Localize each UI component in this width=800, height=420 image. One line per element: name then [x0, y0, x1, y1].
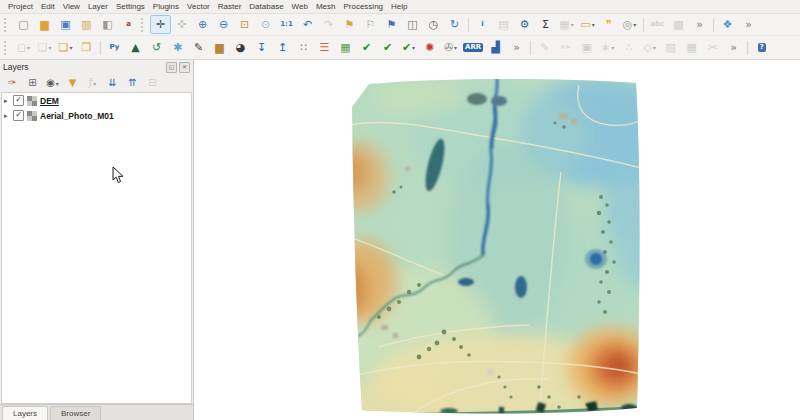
layer-row-aerial_photo_m01[interactable]: ▸✓Aerial_Photo_M01: [2, 108, 191, 123]
locator-search-button[interactable]: ◎▾: [619, 15, 640, 34]
select-features-button[interactable]: ◻▾: [13, 38, 34, 57]
add-group-button[interactable]: ⊞: [23, 75, 42, 92]
current-edits-button[interactable]: ✎: [534, 38, 555, 57]
toolbar-overflow-2-button[interactable]: »: [738, 15, 759, 34]
manage-map-themes-button[interactable]: ◉▾: [43, 75, 62, 92]
float-panel-button[interactable]: ◱: [166, 62, 177, 73]
attribute-table-button[interactable]: ▦▾: [556, 15, 577, 34]
pan-map-button[interactable]: ✛: [150, 15, 171, 34]
attribute-table-dropdown-icon[interactable]: ▾: [571, 21, 574, 28]
refresh-map-button[interactable]: ↻: [444, 15, 465, 34]
menu-help[interactable]: Help: [387, 1, 411, 12]
expander-icon[interactable]: ▸: [4, 97, 10, 105]
copy-features-button[interactable]: ❏▾: [55, 38, 76, 57]
raster-tool-button[interactable]: ▦: [335, 38, 356, 57]
delete-selected-button[interactable]: ▦: [681, 38, 702, 57]
toolbar-overflow-1-button[interactable]: »: [689, 15, 710, 34]
vertex-tool-button[interactable]: ◇▾: [639, 38, 660, 57]
measure-tool-button[interactable]: ▭▾: [577, 15, 598, 34]
map-canvas[interactable]: [194, 60, 800, 420]
red-plugin-button[interactable]: ✺: [419, 38, 440, 57]
tca-tool-button[interactable]: ∷: [293, 38, 314, 57]
temporal-controller-button[interactable]: ◷: [423, 15, 444, 34]
processing-toolbox-button[interactable]: ⚙: [514, 15, 535, 34]
zoom-next-button[interactable]: ↷: [318, 15, 339, 34]
check-geometry-1-button[interactable]: ✔: [356, 38, 377, 57]
menu-settings[interactable]: Settings: [112, 1, 149, 12]
menu-database[interactable]: Database: [245, 1, 287, 12]
menu-processing[interactable]: Processing: [339, 1, 387, 12]
attachment-tool-button[interactable]: ✇▾: [440, 38, 461, 57]
labeling-options-button[interactable]: ▩: [668, 15, 689, 34]
expander-icon[interactable]: ▸: [4, 112, 10, 120]
dock-tab-layers[interactable]: Layers: [2, 406, 48, 420]
add-feature-button[interactable]: ∗▾: [597, 38, 618, 57]
menu-mesh[interactable]: Mesh: [312, 1, 340, 12]
sum-statistics-button[interactable]: Σ: [535, 15, 556, 34]
zoom-native-button[interactable]: 1:1: [276, 15, 297, 34]
menu-vector[interactable]: Vector: [183, 1, 214, 12]
blue-chart-plugin-button[interactable]: ▟: [485, 38, 506, 57]
menu-layer[interactable]: Layer: [84, 1, 112, 12]
project-properties-button[interactable]: ◧: [97, 15, 118, 34]
zoom-to-selection-button[interactable]: ⊙: [255, 15, 276, 34]
plugin-circle-button[interactable]: ◕: [230, 38, 251, 57]
menu-raster[interactable]: Raster: [214, 1, 246, 12]
zoom-in-button[interactable]: ⊕: [192, 15, 213, 34]
layer-name[interactable]: DEM: [40, 96, 59, 106]
map-tips-button[interactable]: ❞: [598, 15, 619, 34]
data-package-button[interactable]: ▆: [209, 38, 230, 57]
menu-web[interactable]: Web: [288, 1, 312, 12]
bookmark-book-button[interactable]: ◫: [402, 15, 423, 34]
filter-legend-button[interactable]: ▼: [63, 75, 82, 92]
vertex-tool-dropdown-icon[interactable]: ▾: [653, 44, 656, 51]
check-geometry-2-button[interactable]: ✔: [377, 38, 398, 57]
add-feature-dropdown-icon[interactable]: ▾: [611, 44, 614, 51]
select-features-dropdown-icon[interactable]: ▾: [27, 44, 30, 51]
vertex-tool-all-button[interactable]: ∴: [618, 38, 639, 57]
pan-to-selection-button[interactable]: ✜: [171, 15, 192, 34]
chart-tool-button[interactable]: ☰: [314, 38, 335, 57]
style-manager-button[interactable]: a: [118, 15, 139, 34]
toggle-editing-button[interactable]: ✏: [555, 38, 576, 57]
filter-by-expression-button[interactable]: ƒ▾: [83, 75, 102, 92]
collapse-all-button[interactable]: ⇈: [123, 75, 142, 92]
bookmark-manager-button[interactable]: ⚐: [360, 15, 381, 34]
open-project-button[interactable]: ▆: [34, 15, 55, 34]
deselect-features-dropdown-icon[interactable]: ▾: [48, 44, 51, 51]
filter-by-expression-dropdown-icon[interactable]: ▾: [93, 80, 96, 87]
profile-tool-button[interactable]: ✎: [188, 38, 209, 57]
python-console-button[interactable]: Py: [104, 38, 125, 57]
scp-plugin-button[interactable]: ✱: [167, 38, 188, 57]
identify-features-button[interactable]: i: [472, 15, 493, 34]
arr-plugin-button[interactable]: ARR: [461, 38, 485, 57]
layer-checkbox[interactable]: ✓: [13, 95, 24, 106]
toolbar-overflow-4-button[interactable]: »: [723, 38, 744, 57]
save-project-button[interactable]: ▣: [55, 15, 76, 34]
cut-features-button[interactable]: ✂: [702, 38, 723, 57]
grass-tools-button[interactable]: ▲: [125, 38, 146, 57]
menu-edit[interactable]: Edit: [37, 1, 59, 12]
measure-tool-dropdown-icon[interactable]: ▾: [592, 21, 595, 28]
check-geometry-3-button[interactable]: ✔▾: [398, 38, 419, 57]
open-layer-styling-button[interactable]: ✑: [3, 75, 22, 92]
show-spatial-bookmarks-button[interactable]: ⚑: [381, 15, 402, 34]
menu-plugins[interactable]: Plugins: [149, 1, 183, 12]
modify-attributes-button[interactable]: ▨: [660, 38, 681, 57]
remove-layer-button[interactable]: ⊟: [143, 75, 162, 92]
attachment-tool-dropdown-icon[interactable]: ▾: [454, 44, 457, 51]
new-spatial-bookmark-button[interactable]: ⚑: [339, 15, 360, 34]
deselect-features-button[interactable]: ❏▾: [34, 38, 55, 57]
zoom-full-button[interactable]: ⊡: [234, 15, 255, 34]
new-project-button[interactable]: ▢: [13, 15, 34, 34]
layer-tree[interactable]: ▸✓DEM▸✓Aerial_Photo_M01: [1, 92, 192, 404]
copy-features-dropdown-icon[interactable]: ▾: [69, 44, 72, 51]
statistical-summary-button[interactable]: ▤: [493, 15, 514, 34]
import-layer-button[interactable]: ↧: [251, 38, 272, 57]
dock-tab-browser[interactable]: Browser: [50, 406, 101, 420]
label-abc-button[interactable]: abc: [647, 15, 668, 34]
locator-search-dropdown-icon[interactable]: ▾: [633, 21, 636, 28]
new-project-from-template-button[interactable]: ▥: [76, 15, 97, 34]
zoom-out-button[interactable]: ⊖: [213, 15, 234, 34]
check-geometry-3-dropdown-icon[interactable]: ▾: [412, 44, 415, 51]
